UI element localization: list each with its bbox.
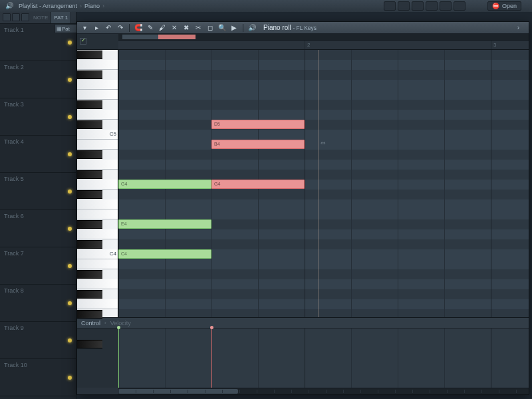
track-header[interactable]: Track 8: [0, 285, 76, 322]
track-header[interactable]: Track 10: [0, 359, 76, 396]
track-led-icon[interactable]: [68, 376, 72, 380]
control-param[interactable]: Velocity: [106, 320, 135, 327]
midi-note[interactable]: C4: [118, 249, 211, 259]
toolbar-button[interactable]: [384, 1, 396, 11]
control-lane-body[interactable]: [118, 329, 529, 388]
track-header[interactable]: Track 9: [0, 322, 76, 359]
toolbar-button[interactable]: [412, 1, 424, 11]
control-label[interactable]: Control: [77, 320, 104, 327]
timeline-ruler[interactable]: 23: [118, 41, 529, 50]
playback-icon[interactable]: [229, 23, 239, 33]
midi-note[interactable]: G4: [211, 180, 305, 189]
playlist-tool-icon[interactable]: [3, 13, 11, 21]
piano-black-key[interactable]: [77, 270, 102, 279]
speaker-icon[interactable]: [247, 23, 257, 33]
piano-black-key[interactable]: [77, 120, 102, 129]
track-header[interactable]: Track 2: [0, 61, 76, 98]
piano-black-key[interactable]: [77, 170, 102, 179]
tab-pattern[interactable]: PAT 1: [51, 12, 71, 23]
piano-white-key[interactable]: [77, 180, 118, 190]
piano-black-key[interactable]: [77, 310, 102, 319]
chevron-right-icon[interactable]: ›: [517, 24, 519, 31]
track-label: Track 3: [4, 101, 24, 108]
checkbox-icon[interactable]: [80, 38, 86, 45]
piano-black-key[interactable]: [77, 70, 102, 79]
piano-white-key[interactable]: [77, 259, 118, 269]
track-header[interactable]: Track 6: [0, 210, 76, 247]
track-header[interactable]: Track 7: [0, 247, 76, 285]
track-led-icon[interactable]: [68, 78, 72, 82]
toolbar-button[interactable]: [454, 1, 466, 11]
pencil-icon[interactable]: [146, 23, 155, 33]
piano-white-key[interactable]: [77, 299, 118, 309]
midi-note[interactable]: D5: [211, 120, 305, 129]
piano-white-key[interactable]: [77, 229, 118, 239]
track-led-icon[interactable]: [68, 41, 72, 45]
piano-black-key[interactable]: [77, 240, 102, 249]
horizontal-scrollbar[interactable]: [118, 388, 529, 394]
breadcrumb-item[interactable]: Playlist - Arrangement: [19, 3, 77, 9]
track-label: Track 8: [4, 287, 24, 294]
piano-black-key[interactable]: [77, 190, 102, 199]
piano-white-key[interactable]: [77, 80, 118, 90]
mute-icon[interactable]: [182, 23, 191, 33]
slice-icon[interactable]: [194, 23, 203, 33]
track-led-icon[interactable]: [68, 301, 72, 305]
velocity-event[interactable]: [118, 328, 120, 388]
velocity-event[interactable]: [211, 328, 213, 388]
track-led-icon[interactable]: [68, 152, 72, 156]
select-icon[interactable]: [205, 23, 215, 33]
playlist-tool-icon[interactable]: [12, 13, 20, 21]
track-led-icon[interactable]: [68, 190, 72, 194]
playlist-tool-icon[interactable]: [21, 13, 29, 21]
track-header[interactable]: Track 4: [0, 136, 76, 173]
piano-black-key[interactable]: [77, 290, 102, 299]
pattern-clip[interactable]: ▦ Pat: [55, 24, 78, 33]
piano-black-key[interactable]: [77, 340, 102, 348]
menu-icon[interactable]: [80, 23, 89, 33]
piano-black-key[interactable]: [77, 100, 102, 109]
track-led-icon[interactable]: [68, 227, 72, 231]
piano-white-key[interactable]: [77, 209, 118, 219]
note-grid[interactable]: D5B4G4G4E4C4 ⇔: [118, 50, 529, 317]
piano-black-key[interactable]: [77, 51, 102, 59]
piano-white-key[interactable]: [77, 60, 118, 70]
track-led-icon[interactable]: [68, 264, 72, 268]
undo-icon[interactable]: [104, 23, 113, 33]
overview-strip[interactable]: [118, 34, 529, 41]
zoom-icon[interactable]: [217, 23, 227, 33]
midi-note[interactable]: E4: [118, 219, 211, 229]
piano-white-key[interactable]: [77, 90, 118, 100]
redo-icon[interactable]: [116, 23, 125, 33]
open-button[interactable]: Open: [487, 1, 521, 11]
scrollbar-thumb[interactable]: [118, 389, 238, 394]
piano-white-key[interactable]: [77, 200, 118, 209]
piano-white-key[interactable]: [77, 140, 118, 150]
play-icon[interactable]: [92, 23, 101, 33]
midi-note[interactable]: G4: [118, 180, 211, 189]
track-header[interactable]: Track 3: [0, 98, 76, 136]
playhead[interactable]: [318, 50, 319, 317]
track-header[interactable]: Track 5: [0, 173, 76, 210]
piano-black-key[interactable]: [77, 150, 102, 159]
control-lane: Control › Velocity: [77, 317, 529, 394]
piano-white-key[interactable]: [77, 160, 118, 170]
track-led-icon[interactable]: [68, 338, 72, 342]
piano-roll-instrument[interactable]: FL Keys: [297, 25, 317, 31]
toolbar-button[interactable]: [426, 1, 438, 11]
brush-icon[interactable]: [158, 23, 167, 33]
piano-black-key[interactable]: [77, 220, 102, 229]
toolbar-button[interactable]: [398, 1, 410, 11]
piano-keyboard[interactable]: C5C4: [77, 50, 118, 317]
loop-end-handle[interactable]: ⇔: [321, 140, 326, 146]
overview-region[interactable]: [158, 35, 196, 39]
toolbar-button[interactable]: [440, 1, 452, 11]
tab-note[interactable]: NOTE: [31, 12, 51, 23]
magnet-icon[interactable]: [134, 23, 143, 33]
breadcrumb-item[interactable]: Piano: [84, 3, 100, 9]
track-led-icon[interactable]: [68, 115, 72, 119]
midi-note[interactable]: B4: [211, 140, 305, 149]
piano-white-key[interactable]: [77, 110, 118, 120]
delete-icon[interactable]: [170, 23, 179, 33]
piano-white-key[interactable]: [77, 279, 118, 289]
